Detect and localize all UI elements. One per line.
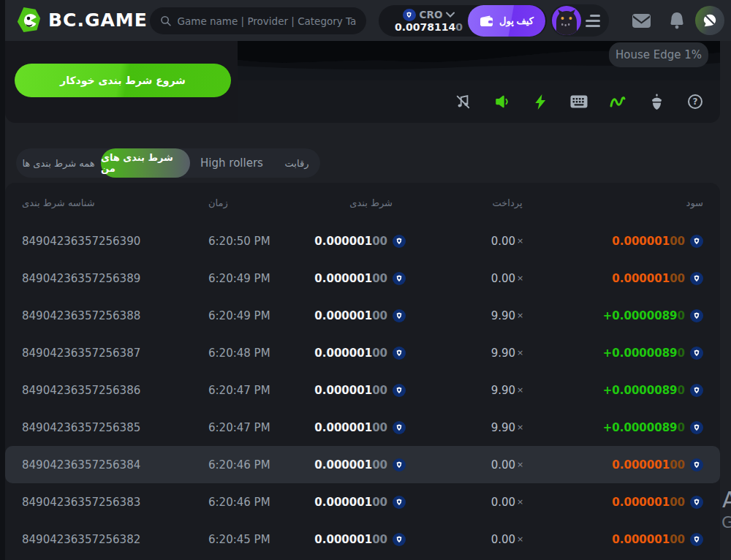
bet-amount: 0.00000100 bbox=[290, 521, 406, 558]
tab-my-bets[interactable]: شرط بندی های من bbox=[101, 148, 190, 178]
my-bets-table: شناسه شرط بندی زمان شرط بندی پرداخت سود … bbox=[5, 183, 720, 560]
table-row[interactable]: 84904236357256387 6:20:48 PM 0.00000100 … bbox=[5, 334, 720, 371]
bet-profit: 0.00000100 bbox=[612, 260, 703, 297]
bet-payout: 0.00× bbox=[463, 446, 551, 483]
avatar[interactable] bbox=[552, 6, 581, 35]
cro-coin-icon bbox=[403, 9, 416, 21]
bet-id: 84904236357256382 bbox=[22, 521, 140, 558]
bet-time: 6:20:46 PM bbox=[208, 483, 270, 521]
trends-icon[interactable] bbox=[609, 93, 626, 110]
bet-id: 84904236357256390 bbox=[22, 222, 140, 260]
balance-selector[interactable]: CRO 0.00781140 کیف پول bbox=[379, 5, 547, 37]
cro-coin-icon bbox=[690, 309, 703, 322]
turbo-bolt-icon[interactable] bbox=[531, 93, 549, 110]
search-input[interactable] bbox=[178, 15, 356, 27]
bcgame-logo[interactable]: BC.GAME bbox=[15, 6, 148, 34]
bet-time: 6:20:49 PM bbox=[208, 260, 270, 297]
table-row[interactable]: 84904236357256383 6:20:46 PM 0.00000100 … bbox=[5, 483, 720, 521]
bet-amount: 0.00000100 bbox=[290, 371, 406, 409]
bet-id: 84904236357256386 bbox=[22, 371, 140, 409]
table-row[interactable]: 84904236357256389 6:20:49 PM 0.00000100 … bbox=[5, 260, 720, 297]
bet-profit: 0.00000100 bbox=[612, 446, 703, 483]
chevron-down-icon bbox=[446, 12, 455, 18]
bet-payout: 9.90× bbox=[463, 409, 551, 446]
game-search[interactable] bbox=[150, 7, 366, 34]
bet-id: 84904236357256383 bbox=[22, 483, 140, 521]
header-bet-id: شناسه شرط بندی bbox=[22, 197, 95, 208]
cro-coin-icon bbox=[690, 496, 703, 509]
tab-all-bets[interactable]: همه شرط بندی ها bbox=[16, 148, 101, 178]
table-row[interactable]: 84904236357256384 6:20:46 PM 0.00000100 … bbox=[5, 446, 720, 483]
cro-coin-icon bbox=[393, 309, 406, 322]
table-row[interactable]: 84904236357256385 6:20:47 PM 0.00000100 … bbox=[5, 409, 720, 446]
game-chart-canvas: House Edge 1% bbox=[238, 41, 720, 80]
bet-profit: +0.00000890 bbox=[603, 409, 703, 446]
bet-id: 84904236357256389 bbox=[22, 260, 140, 297]
tab-race[interactable]: رقابت bbox=[273, 148, 320, 178]
bet-payout: 0.00× bbox=[463, 222, 551, 260]
logo-text: BC.GAME bbox=[48, 10, 148, 31]
table-row[interactable]: 84904236357256390 6:20:50 PM 0.00000100 … bbox=[5, 222, 720, 260]
table-row[interactable]: 84904236357256386 6:20:47 PM 0.00000100 … bbox=[5, 371, 720, 409]
cro-coin-icon bbox=[690, 458, 703, 472]
cro-coin-icon bbox=[393, 384, 406, 397]
header-time: زمان bbox=[208, 197, 228, 208]
game-toolbar: ? bbox=[238, 80, 720, 123]
table-body: 84904236357256390 6:20:50 PM 0.00000100 … bbox=[5, 222, 720, 558]
table-row[interactable]: 84904236357256382 6:20:45 PM 0.00000100 … bbox=[5, 521, 720, 558]
bet-profit: +0.00000890 bbox=[603, 334, 703, 371]
bet-amount: 0.00000100 bbox=[290, 409, 406, 446]
start-autobet-button[interactable]: شروع شرط بندی خودکار bbox=[15, 64, 231, 97]
bet-time: 6:20:47 PM bbox=[208, 409, 270, 446]
cro-coin-icon bbox=[690, 421, 703, 434]
currency-code: CRO bbox=[420, 10, 443, 21]
bcgame-logo-icon bbox=[15, 6, 42, 34]
cro-coin-icon bbox=[393, 235, 406, 248]
cro-coin-icon bbox=[690, 347, 703, 360]
sound-icon[interactable] bbox=[493, 93, 510, 110]
user-menu-group bbox=[550, 4, 609, 37]
bet-time: 6:20:50 PM bbox=[208, 222, 270, 260]
cro-coin-icon bbox=[393, 458, 406, 472]
house-edge-badge: House Edge 1% bbox=[609, 42, 708, 67]
edge-cutoff-text-1: A bbox=[722, 487, 731, 512]
cro-coin-icon bbox=[393, 421, 406, 434]
header-bet: شرط بندی bbox=[290, 197, 393, 208]
seed-icon[interactable] bbox=[648, 93, 665, 110]
wallet-icon bbox=[480, 15, 493, 27]
cro-coin-icon bbox=[393, 496, 406, 509]
music-off-icon[interactable] bbox=[454, 93, 471, 110]
bet-time: 6:20:45 PM bbox=[208, 521, 270, 558]
bet-amount: 0.00000100 bbox=[290, 297, 406, 334]
bet-payout: 0.00× bbox=[463, 260, 551, 297]
bet-id: 84904236357256387 bbox=[22, 334, 140, 371]
mail-icon[interactable] bbox=[632, 0, 651, 41]
bet-amount: 0.00000100 bbox=[290, 483, 406, 521]
wallet-button[interactable]: کیف پول bbox=[468, 5, 545, 37]
header-payout: پرداخت bbox=[463, 197, 551, 208]
help-icon[interactable]: ? bbox=[686, 93, 704, 110]
rank-list-icon[interactable] bbox=[586, 15, 600, 27]
bet-profit: 0.00000100 bbox=[612, 222, 703, 260]
bet-amount: 0.00000100 bbox=[290, 446, 406, 483]
bet-payout: 9.90× bbox=[463, 371, 551, 409]
tab-high-rollers[interactable]: High rollers bbox=[190, 148, 273, 178]
game-panel: House Edge 1% bbox=[238, 41, 720, 123]
table-row[interactable]: 84904236357256388 6:20:49 PM 0.00000100 … bbox=[5, 297, 720, 334]
bet-profit: 0.00000100 bbox=[612, 483, 703, 521]
left-edge-strip bbox=[0, 0, 5, 560]
bet-time: 6:20:47 PM bbox=[208, 371, 270, 409]
table-header-row: شناسه شرط بندی زمان شرط بندی پرداخت سود bbox=[5, 183, 720, 222]
bell-icon[interactable] bbox=[669, 0, 685, 41]
cro-coin-icon bbox=[690, 384, 703, 397]
chat-disabled-icon[interactable] bbox=[695, 6, 724, 35]
bet-payout: 9.90× bbox=[463, 297, 551, 334]
bet-amount: 0.00000100 bbox=[290, 334, 406, 371]
bet-amount: 0.00000100 bbox=[290, 260, 406, 297]
bet-payout: 0.00× bbox=[463, 483, 551, 521]
bet-controls-panel: شروع شرط بندی خودکار bbox=[5, 41, 238, 123]
wallet-button-label: کیف پول bbox=[499, 15, 534, 26]
cro-coin-icon bbox=[393, 272, 406, 285]
hotkeys-keyboard-icon[interactable] bbox=[570, 93, 588, 110]
bet-payout: 0.00× bbox=[463, 521, 551, 558]
